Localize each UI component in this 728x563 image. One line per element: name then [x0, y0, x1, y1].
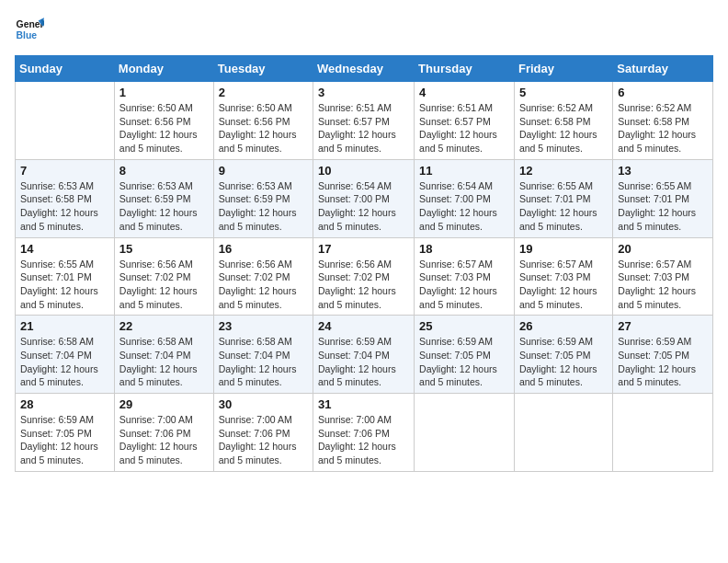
day-number: 16	[219, 242, 308, 256]
calendar-cell	[514, 394, 612, 472]
day-info: Sunrise: 6:50 AMSunset: 6:56 PMDaylight:…	[219, 101, 308, 155]
calendar-cell: 6Sunrise: 6:52 AMSunset: 6:58 PMDaylight…	[613, 82, 713, 160]
calendar-cell: 12Sunrise: 6:55 AMSunset: 7:01 PMDayligh…	[514, 159, 612, 237]
day-info: Sunrise: 6:57 AMSunset: 7:03 PMDaylight:…	[419, 258, 509, 312]
calendar-cell: 20Sunrise: 6:57 AMSunset: 7:03 PMDayligh…	[613, 237, 713, 316]
day-number: 15	[119, 242, 209, 256]
day-info: Sunrise: 6:53 AMSunset: 6:59 PMDaylight:…	[219, 179, 308, 234]
calendar-week-1: 1Sunrise: 6:50 AMSunset: 6:56 PMDaylight…	[16, 82, 713, 160]
calendar-cell	[415, 394, 515, 472]
day-number: 14	[20, 242, 109, 256]
day-info: Sunrise: 6:57 AMSunset: 7:03 PMDaylight:…	[519, 258, 608, 312]
day-number: 5	[519, 86, 608, 99]
calendar-cell: 31Sunrise: 7:00 AMSunset: 7:06 PMDayligh…	[313, 394, 415, 472]
calendar-cell: 28Sunrise: 6:59 AMSunset: 7:05 PMDayligh…	[16, 394, 115, 472]
calendar-cell: 16Sunrise: 6:56 AMSunset: 7:02 PMDayligh…	[213, 237, 313, 316]
day-info: Sunrise: 6:53 AMSunset: 6:59 PMDaylight:…	[119, 179, 209, 234]
column-header-friday: Friday	[514, 56, 612, 82]
logo-icon: General Blue	[15, 15, 44, 44]
calendar-table: SundayMondayTuesdayWednesdayThursdayFrid…	[15, 55, 713, 472]
day-info: Sunrise: 6:56 AMSunset: 7:02 PMDaylight:…	[119, 258, 209, 312]
day-number: 11	[419, 164, 509, 178]
calendar-cell: 18Sunrise: 6:57 AMSunset: 7:03 PMDayligh…	[415, 237, 515, 316]
day-info: Sunrise: 6:52 AMSunset: 6:58 PMDaylight:…	[618, 101, 708, 155]
calendar-week-5: 28Sunrise: 6:59 AMSunset: 7:05 PMDayligh…	[16, 394, 713, 472]
calendar-cell	[16, 82, 115, 160]
day-number: 8	[119, 164, 209, 178]
calendar-cell: 4Sunrise: 6:51 AMSunset: 6:57 PMDaylight…	[415, 82, 515, 160]
day-number: 7	[20, 164, 109, 178]
calendar-week-2: 7Sunrise: 6:53 AMSunset: 6:58 PMDaylight…	[16, 159, 713, 237]
calendar-cell: 21Sunrise: 6:58 AMSunset: 7:04 PMDayligh…	[16, 316, 115, 394]
day-number: 26	[519, 319, 608, 333]
day-info: Sunrise: 6:58 AMSunset: 7:04 PMDaylight:…	[20, 335, 109, 389]
day-number: 4	[419, 86, 509, 99]
calendar-cell: 8Sunrise: 6:53 AMSunset: 6:59 PMDaylight…	[114, 159, 213, 237]
day-info: Sunrise: 6:58 AMSunset: 7:04 PMDaylight:…	[119, 335, 209, 389]
column-header-monday: Monday	[114, 56, 213, 82]
calendar-cell: 7Sunrise: 6:53 AMSunset: 6:58 PMDaylight…	[16, 159, 115, 237]
calendar-cell: 15Sunrise: 6:56 AMSunset: 7:02 PMDayligh…	[114, 237, 213, 316]
calendar-cell: 5Sunrise: 6:52 AMSunset: 6:58 PMDaylight…	[514, 82, 612, 160]
calendar-cell: 24Sunrise: 6:59 AMSunset: 7:04 PMDayligh…	[313, 316, 415, 394]
calendar-cell: 2Sunrise: 6:50 AMSunset: 6:56 PMDaylight…	[213, 82, 313, 160]
day-number: 13	[618, 164, 708, 178]
calendar-cell: 17Sunrise: 6:56 AMSunset: 7:02 PMDayligh…	[313, 237, 415, 316]
day-info: Sunrise: 6:59 AMSunset: 7:05 PMDaylight:…	[419, 335, 509, 389]
day-info: Sunrise: 6:51 AMSunset: 6:57 PMDaylight:…	[419, 101, 509, 155]
day-info: Sunrise: 6:53 AMSunset: 6:58 PMDaylight:…	[20, 179, 109, 234]
day-info: Sunrise: 6:55 AMSunset: 7:01 PMDaylight:…	[20, 258, 109, 312]
calendar-week-4: 21Sunrise: 6:58 AMSunset: 7:04 PMDayligh…	[16, 316, 713, 394]
column-header-sunday: Sunday	[16, 56, 115, 82]
column-header-saturday: Saturday	[613, 56, 713, 82]
column-header-thursday: Thursday	[415, 56, 515, 82]
day-info: Sunrise: 6:50 AMSunset: 6:56 PMDaylight:…	[119, 101, 209, 155]
day-info: Sunrise: 6:51 AMSunset: 6:57 PMDaylight:…	[318, 101, 409, 155]
day-number: 28	[20, 397, 109, 411]
calendar-cell: 30Sunrise: 7:00 AMSunset: 7:06 PMDayligh…	[213, 394, 313, 472]
day-number: 2	[219, 86, 308, 99]
day-info: Sunrise: 7:00 AMSunset: 7:06 PMDaylight:…	[219, 413, 308, 467]
day-number: 25	[419, 319, 509, 333]
day-number: 22	[119, 319, 209, 333]
day-info: Sunrise: 6:59 AMSunset: 7:05 PMDaylight:…	[618, 335, 708, 389]
calendar-cell: 22Sunrise: 6:58 AMSunset: 7:04 PMDayligh…	[114, 316, 213, 394]
day-number: 17	[318, 242, 409, 256]
day-number: 18	[419, 242, 509, 256]
day-info: Sunrise: 7:00 AMSunset: 7:06 PMDaylight:…	[318, 413, 409, 467]
calendar-cell: 25Sunrise: 6:59 AMSunset: 7:05 PMDayligh…	[415, 316, 515, 394]
day-number: 9	[219, 164, 308, 178]
day-number: 21	[20, 319, 109, 333]
calendar-cell: 27Sunrise: 6:59 AMSunset: 7:05 PMDayligh…	[613, 316, 713, 394]
calendar-cell: 9Sunrise: 6:53 AMSunset: 6:59 PMDaylight…	[213, 159, 313, 237]
day-info: Sunrise: 6:54 AMSunset: 7:00 PMDaylight:…	[318, 179, 409, 234]
day-number: 24	[318, 319, 409, 333]
day-number: 19	[519, 242, 608, 256]
day-number: 30	[219, 397, 308, 411]
day-info: Sunrise: 6:56 AMSunset: 7:02 PMDaylight:…	[318, 258, 409, 312]
calendar-week-3: 14Sunrise: 6:55 AMSunset: 7:01 PMDayligh…	[16, 237, 713, 316]
day-info: Sunrise: 6:57 AMSunset: 7:03 PMDaylight:…	[618, 258, 708, 312]
day-info: Sunrise: 6:59 AMSunset: 7:05 PMDaylight:…	[20, 413, 109, 467]
column-header-tuesday: Tuesday	[213, 56, 313, 82]
svg-text:Blue: Blue	[17, 30, 38, 40]
day-number: 10	[318, 164, 409, 178]
day-number: 29	[119, 397, 209, 411]
page-header: General Blue	[15, 15, 713, 44]
day-info: Sunrise: 6:59 AMSunset: 7:05 PMDaylight:…	[519, 335, 608, 389]
calendar-header-row: SundayMondayTuesdayWednesdayThursdayFrid…	[16, 56, 713, 82]
day-info: Sunrise: 6:59 AMSunset: 7:04 PMDaylight:…	[318, 335, 409, 389]
logo: General Blue	[15, 15, 44, 44]
calendar-cell: 3Sunrise: 6:51 AMSunset: 6:57 PMDaylight…	[313, 82, 415, 160]
calendar-cell: 19Sunrise: 6:57 AMSunset: 7:03 PMDayligh…	[514, 237, 612, 316]
day-info: Sunrise: 6:55 AMSunset: 7:01 PMDaylight:…	[618, 179, 708, 234]
day-info: Sunrise: 6:56 AMSunset: 7:02 PMDaylight:…	[219, 258, 308, 312]
day-info: Sunrise: 6:54 AMSunset: 7:00 PMDaylight:…	[419, 179, 509, 234]
column-header-wednesday: Wednesday	[313, 56, 415, 82]
day-number: 31	[318, 397, 409, 411]
day-number: 6	[618, 86, 708, 99]
calendar-cell: 11Sunrise: 6:54 AMSunset: 7:00 PMDayligh…	[415, 159, 515, 237]
day-number: 23	[219, 319, 308, 333]
day-info: Sunrise: 6:58 AMSunset: 7:04 PMDaylight:…	[219, 335, 308, 389]
calendar-cell: 1Sunrise: 6:50 AMSunset: 6:56 PMDaylight…	[114, 82, 213, 160]
